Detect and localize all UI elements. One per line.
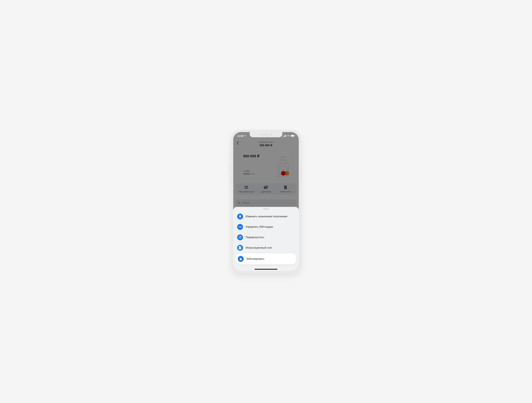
refresh-icon: [237, 234, 243, 240]
svg-rect-1: [284, 136, 285, 137]
quick-action-label: Реквизиты: [280, 190, 291, 193]
sheet-item-manage-pin[interactable]: PIN Управлять ПИН-кодом: [235, 222, 297, 232]
sheet-item-change-purpose[interactable]: ₽ Изменить назначение пополнения: [235, 212, 297, 221]
svg-rect-14: [245, 186, 246, 187]
cellular-icon: [283, 135, 286, 137]
phone-button-volume-down: [230, 176, 231, 186]
sliders-icon: [244, 186, 248, 189]
svg-rect-2: [285, 135, 285, 137]
svg-rect-0: [283, 136, 284, 137]
battery-icon: [291, 135, 295, 137]
mastercard-icon: [281, 171, 289, 176]
sheet-item-label: Управлять ПИН-кодом: [246, 225, 273, 228]
phone-button-power: [301, 166, 302, 180]
sheet-list: ₽ Изменить назначение пополнения PIN Упр…: [235, 212, 297, 264]
svg-rect-25: [239, 248, 241, 248]
sheet-item-collection-account[interactable]: Инкассационный счет: [235, 243, 297, 253]
card-masked-number: [243, 170, 255, 175]
ruble-coin-icon: ₽: [237, 214, 243, 219]
cards-stack-icon: [264, 186, 268, 189]
svg-rect-13: [245, 188, 248, 189]
account-card[interactable]: 500 000 ₽: [240, 151, 292, 178]
svg-line-21: [240, 203, 241, 204]
sheet-item-label: Инкассационный счет: [246, 246, 272, 249]
location-arrow-icon: [244, 135, 246, 137]
home-indicator[interactable]: [255, 269, 277, 270]
pin-icon: PIN: [237, 224, 243, 230]
phone-frame: 11:00 Рублевый счет 500 000 ₽ 500 000 ₽: [231, 130, 301, 273]
svg-rect-5: [291, 135, 294, 136]
sheet-item-label: Заблокировать: [246, 257, 265, 260]
quick-actions: Настройка трат Действия Реквизиты: [235, 183, 297, 195]
wifi-icon: [287, 135, 290, 137]
sheet-item-label: Изменить назначение пополнения: [246, 215, 287, 218]
quick-action-actions[interactable]: Действия: [256, 186, 276, 193]
svg-rect-15: [247, 187, 247, 189]
phone-button-silence: [230, 154, 231, 160]
sheet-grabber[interactable]: [263, 209, 269, 209]
sheet-item-reissue[interactable]: Перевыпустить: [235, 232, 297, 242]
quick-action-details[interactable]: Реквизиты: [276, 186, 296, 193]
header: Рублевый счет 500 000 ₽: [233, 140, 299, 149]
svg-rect-6: [294, 135, 295, 136]
svg-rect-26: [239, 248, 240, 249]
header-subtitle: Рублевый счет: [233, 141, 299, 143]
search-field[interactable]: [235, 199, 297, 207]
svg-rect-18: [285, 187, 286, 187]
sheet-item-block[interactable]: Заблокировать: [235, 253, 297, 264]
status-time: 11:00: [237, 134, 243, 137]
header-balance: 500 000 ₽: [233, 144, 299, 147]
chevron-left-icon: [236, 141, 239, 145]
phone-button-volume-up: [230, 164, 231, 174]
sheet-item-label: Перевыпустить: [246, 236, 264, 239]
back-button[interactable]: [235, 141, 240, 145]
svg-rect-3: [285, 135, 286, 137]
lock-icon: [238, 256, 244, 262]
phone-notch: [250, 132, 282, 137]
actions-bottom-sheet[interactable]: ₽ Изменить назначение пополнения PIN Упр…: [233, 207, 299, 271]
svg-rect-19: [285, 188, 286, 188]
document-icon: [237, 245, 243, 251]
quick-action-spending[interactable]: Настройка трат: [236, 186, 256, 193]
document-icon: [284, 186, 288, 189]
quick-action-label: Настройка трат: [239, 190, 254, 193]
screen: 11:00 Рублевый счет 500 000 ₽ 500 000 ₽: [233, 132, 299, 271]
svg-rect-17: [265, 186, 268, 188]
search-icon: [238, 202, 241, 205]
search-input[interactable]: [242, 202, 294, 205]
svg-text:₽: ₽: [240, 216, 241, 217]
svg-rect-27: [240, 259, 242, 260]
quick-action-label: Действия: [261, 190, 271, 193]
